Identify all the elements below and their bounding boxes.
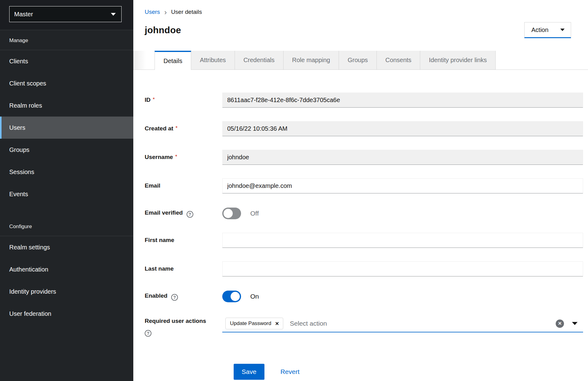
realm-selector[interactable]: Master xyxy=(9,6,122,22)
action-dropdown-label: Action xyxy=(531,26,549,34)
form-row-username: Username* xyxy=(145,150,583,165)
page-title: johndoe xyxy=(145,25,181,35)
sidebar-item-label: Realm roles xyxy=(9,102,42,109)
required-marker: * xyxy=(175,154,177,160)
form-row-email-verified: Email verified? Off xyxy=(145,207,583,219)
tab-label: Credentials xyxy=(244,57,275,64)
form-actions: Save Revert xyxy=(234,364,583,380)
enabled-state: On xyxy=(250,293,259,300)
sidebar-section-configure: Configure Realm settings Authentication … xyxy=(0,216,133,325)
toggle-knob xyxy=(231,292,240,301)
tab-identity-provider-links[interactable]: Identity provider links xyxy=(420,51,496,70)
sidebar-item-label: Events xyxy=(9,191,28,198)
tab-credentials[interactable]: Credentials xyxy=(235,51,284,70)
sidebar-masthead: Master xyxy=(0,0,133,30)
first-name-label: First name xyxy=(145,237,174,243)
sidebar-item-label: User federation xyxy=(9,310,51,317)
breadcrumb: Users › User details xyxy=(133,0,588,15)
sidebar-item-label: Identity providers xyxy=(9,288,56,295)
sidebar-item-users[interactable]: Users xyxy=(0,117,133,139)
sidebar-item-identity-providers[interactable]: Identity providers xyxy=(0,280,133,303)
main-content: Users › User details johndoe Action Deta… xyxy=(133,0,588,381)
help-icon[interactable]: ? xyxy=(145,330,151,337)
sidebar-item-realm-settings[interactable]: Realm settings xyxy=(0,236,133,258)
sidebar-section-manage-title: Manage xyxy=(0,30,133,50)
chip-update-password: Update Password ✕ xyxy=(225,318,283,329)
email-verified-toggle[interactable] xyxy=(222,208,241,219)
chevron-right-icon: › xyxy=(164,9,167,15)
tab-strip-spacer xyxy=(133,51,155,70)
email-field[interactable] xyxy=(222,178,583,193)
caret-down-icon xyxy=(111,13,116,16)
page-header: johndoe Action xyxy=(133,15,588,38)
help-icon[interactable]: ? xyxy=(171,294,178,301)
sidebar-section-configure-title: Configure xyxy=(0,216,133,236)
caret-down-icon xyxy=(560,29,565,31)
sidebar-item-label: Realm settings xyxy=(9,244,50,251)
tab-label: Groups xyxy=(348,57,368,64)
tab-attributes[interactable]: Attributes xyxy=(191,51,235,70)
required-user-actions-select[interactable]: Update Password ✕ Select action ✕ xyxy=(222,316,583,332)
form-row-email: Email xyxy=(145,178,583,193)
revert-link[interactable]: Revert xyxy=(280,368,300,375)
tab-strip: Details Attributes Credentials Role mapp… xyxy=(133,51,588,70)
sidebar-item-label: Groups xyxy=(9,146,30,153)
sidebar-item-sessions[interactable]: Sessions xyxy=(0,161,133,183)
tab-label: Identity provider links xyxy=(429,57,487,64)
select-placeholder: Select action xyxy=(290,320,556,327)
required-marker: * xyxy=(175,125,178,131)
form-row-last-name: Last name xyxy=(145,261,583,276)
email-verified-label: Email verified xyxy=(145,209,183,216)
sidebar-item-user-federation[interactable]: User federation xyxy=(0,303,133,325)
sidebar-item-authentication[interactable]: Authentication xyxy=(0,258,133,280)
form-row-required-user-actions: Required user actions ? Update Password … xyxy=(145,316,583,337)
sidebar-item-clients[interactable]: Clients xyxy=(0,50,133,72)
sidebar-section-manage: Manage Clients Client scopes Realm roles… xyxy=(0,30,133,205)
sidebar-item-label: Sessions xyxy=(9,169,34,176)
sidebar-item-realm-roles[interactable]: Realm roles xyxy=(0,94,133,117)
tab-role-mapping[interactable]: Role mapping xyxy=(284,51,339,70)
enabled-toggle[interactable] xyxy=(222,291,241,302)
created-at-field[interactable] xyxy=(222,121,583,136)
id-field[interactable] xyxy=(222,93,583,108)
tab-label: Role mapping xyxy=(292,57,330,64)
chip-close-icon[interactable]: ✕ xyxy=(275,321,279,327)
action-dropdown-button[interactable]: Action xyxy=(524,22,571,38)
chip-label: Update Password xyxy=(230,320,271,327)
sidebar-item-events[interactable]: Events xyxy=(0,183,133,205)
form-row-created-at: Created at* xyxy=(145,121,583,136)
enabled-label: Enabled xyxy=(145,292,167,299)
last-name-field[interactable] xyxy=(222,261,583,276)
realm-selector-label: Master xyxy=(14,11,33,18)
sidebar-item-label: Client scopes xyxy=(9,80,46,87)
tab-label: Details xyxy=(163,58,182,65)
required-user-actions-label: Required user actions xyxy=(145,318,206,324)
tab-strip-filler xyxy=(496,51,588,70)
email-label: Email xyxy=(145,182,160,189)
last-name-label: Last name xyxy=(145,265,174,272)
sidebar-item-client-scopes[interactable]: Client scopes xyxy=(0,72,133,94)
required-marker: * xyxy=(153,97,155,102)
email-verified-state: Off xyxy=(250,210,259,217)
caret-down-icon[interactable] xyxy=(572,322,578,325)
clear-selection-icon[interactable]: ✕ xyxy=(556,319,564,328)
user-details-form: ID* Created at* Username* Email xyxy=(133,70,588,380)
breadcrumb-users-link[interactable]: Users xyxy=(145,9,160,15)
breadcrumb-current: User details xyxy=(171,9,202,15)
first-name-field[interactable] xyxy=(222,233,583,248)
sidebar-item-label: Users xyxy=(9,124,25,131)
toggle-knob xyxy=(224,209,233,218)
sidebar-item-groups[interactable]: Groups xyxy=(0,139,133,161)
tab-label: Consents xyxy=(385,57,412,64)
save-button[interactable]: Save xyxy=(234,364,264,380)
sidebar-item-label: Authentication xyxy=(9,266,48,273)
tab-label: Attributes xyxy=(200,57,226,64)
tab-details[interactable]: Details xyxy=(155,51,191,70)
username-label: Username xyxy=(145,154,173,160)
tab-consents[interactable]: Consents xyxy=(377,51,421,70)
id-label: ID xyxy=(145,97,151,103)
help-icon[interactable]: ? xyxy=(187,211,193,218)
tab-groups[interactable]: Groups xyxy=(339,51,377,70)
sidebar: Master Manage Clients Client scopes Real… xyxy=(0,0,133,381)
username-field[interactable] xyxy=(222,150,583,165)
